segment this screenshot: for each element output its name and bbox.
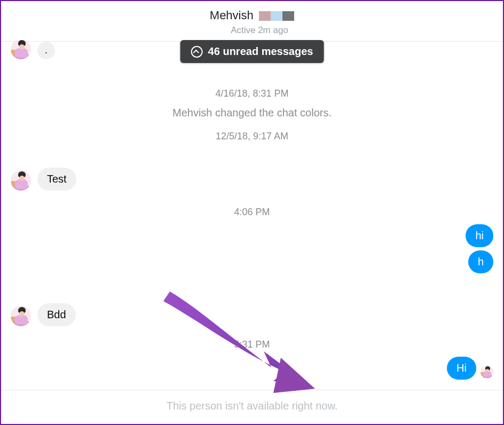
message-row: hi h <box>11 224 493 273</box>
outgoing-message-bubble[interactable]: h <box>468 250 493 273</box>
timestamp-separator: 4/16/18, 8:31 PM <box>11 88 493 99</box>
messenger-chat-window: Mehvish Active 2m ago 46 unread messages… <box>0 0 504 425</box>
outgoing-message-bubble[interactable]: Hi <box>447 357 476 380</box>
chat-contact-name: Mehvish <box>210 9 254 22</box>
header-color-swatch <box>259 11 294 23</box>
avatar[interactable] <box>11 40 31 59</box>
system-message: Mehvish changed the chat colors. <box>11 107 493 119</box>
incoming-message-bubble[interactable]: Bdd <box>37 303 76 326</box>
chat-contact-status: Active 2m ago <box>1 25 503 36</box>
seen-avatar <box>481 366 493 379</box>
composer-disabled-area: This person isn't available right now. <box>1 390 503 424</box>
chat-header[interactable]: Mehvish Active 2m ago <box>1 1 503 41</box>
messages-scroll-area[interactable]: . 4/16/18, 8:31 PM Mehvish changed the c… <box>1 40 503 389</box>
avatar[interactable] <box>11 306 31 326</box>
unread-messages-banner[interactable]: 46 unread messages <box>180 40 324 63</box>
incoming-message-bubble[interactable]: . <box>37 42 55 59</box>
timestamp-separator: 5:31 PM <box>11 339 493 350</box>
message-row: Test <box>11 168 493 191</box>
outgoing-message-bubble[interactable]: hi <box>466 224 493 247</box>
message-row: Hi <box>11 357 493 380</box>
unread-count-label: 46 unread messages <box>208 45 313 58</box>
timestamp-separator: 12/5/18, 9:17 AM <box>11 131 493 142</box>
avatar[interactable] <box>11 170 31 191</box>
message-row: Bdd <box>11 303 493 326</box>
scroll-up-icon <box>191 46 203 58</box>
incoming-message-bubble[interactable]: Test <box>37 168 76 191</box>
timestamp-separator: 4:06 PM <box>11 207 493 218</box>
composer-disabled-text: This person isn't available right now. <box>167 400 338 412</box>
